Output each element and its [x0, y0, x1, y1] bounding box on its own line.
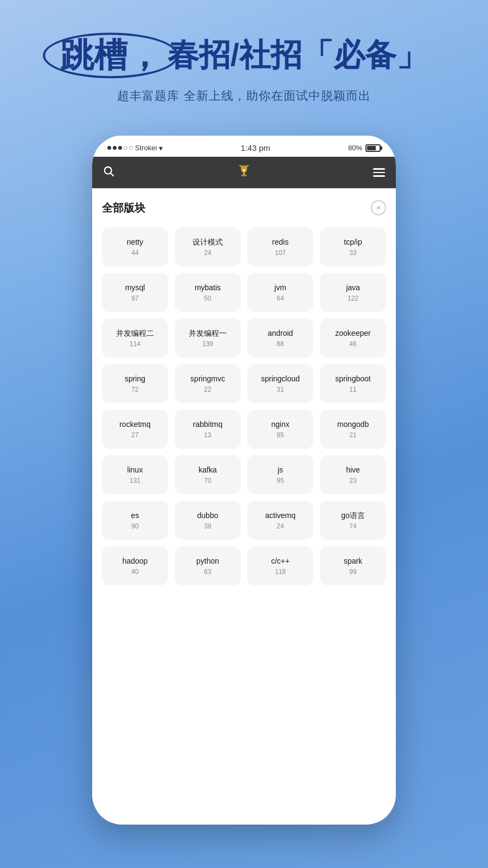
grid-item-kafka[interactable]: kafka 70: [175, 455, 241, 494]
grid-item-spark[interactable]: spark 99: [320, 546, 386, 585]
item-count: 88: [277, 340, 284, 348]
grid-item-linux[interactable]: linux 131: [102, 455, 168, 494]
item-name: netty: [127, 237, 143, 247]
signal-dot-1: [107, 146, 111, 150]
item-name: 设计模式: [192, 237, 223, 247]
item-count: 46: [349, 340, 356, 348]
grid-item-python[interactable]: python 63: [175, 546, 241, 585]
signal-dot-4: [124, 146, 127, 150]
trophy-button[interactable]: [237, 164, 251, 181]
subtitle: 超丰富题库 全新上线，助你在面试中脱颖而出: [22, 88, 466, 104]
grid-item-设计模式[interactable]: 设计模式 24: [175, 227, 241, 266]
menu-line-1: [373, 168, 385, 170]
status-time: 1:43 pm: [241, 143, 270, 152]
item-name: jvm: [274, 283, 286, 292]
item-name: 并发编程二: [116, 328, 154, 338]
grid-item-rabbitmq[interactable]: rabbitmq 13: [175, 410, 241, 449]
grid-item-springcloud[interactable]: springcloud 31: [247, 364, 313, 403]
item-count: 64: [277, 295, 284, 302]
grid-item-并发编程二[interactable]: 并发编程二 114: [102, 318, 168, 358]
headline-row: 跳槽， 春招/社招「必备」: [22, 33, 466, 78]
item-count: 63: [204, 568, 211, 576]
grid-item-java[interactable]: java 122: [320, 273, 386, 312]
grid-item-netty[interactable]: netty 44: [102, 227, 168, 266]
item-name: es: [131, 510, 139, 520]
item-count: 72: [131, 386, 138, 393]
grid-item-android[interactable]: android 88: [247, 318, 313, 358]
item-count: 27: [131, 431, 138, 439]
grid-item-redis[interactable]: redis 107: [247, 227, 313, 266]
item-count: 122: [348, 295, 358, 302]
item-count: 118: [275, 568, 286, 576]
item-name: hadoop: [123, 556, 148, 566]
svg-rect-2: [243, 173, 245, 175]
signal-dot-2: [113, 146, 117, 150]
item-name: java: [346, 283, 360, 292]
item-name: springcloud: [261, 374, 300, 384]
signal-dot-5: [129, 146, 133, 150]
item-name: 并发编程一: [189, 328, 227, 338]
item-name: python: [196, 556, 219, 566]
item-name: springboot: [335, 374, 370, 384]
menu-button[interactable]: [373, 168, 385, 177]
grid-item-dubbo[interactable]: dubbo 38: [175, 501, 241, 540]
item-count: 70: [204, 477, 211, 484]
item-count: 107: [275, 249, 286, 257]
grid-item-tcp/ip[interactable]: tcp/ip 33: [320, 227, 386, 266]
item-name: redis: [272, 237, 288, 247]
item-name: mongodb: [337, 419, 369, 429]
grid-item-springboot[interactable]: springboot 11: [320, 364, 386, 403]
grid-item-hive[interactable]: hive 23: [320, 455, 386, 494]
grid-item-jvm[interactable]: jvm 64: [247, 273, 313, 312]
item-name: mybatis: [195, 283, 221, 292]
grid-item-mysql[interactable]: mysql 97: [102, 273, 168, 312]
item-count: 97: [131, 295, 138, 302]
item-count: 23: [349, 477, 356, 484]
grid-item-hadoop[interactable]: hadoop 40: [102, 546, 168, 585]
item-count: 95: [277, 477, 284, 484]
item-name: activemq: [265, 510, 296, 520]
item-name: rocketmq: [119, 419, 151, 429]
item-name: mysql: [125, 283, 145, 292]
grid-item-并发编程一[interactable]: 并发编程一 139: [175, 318, 241, 358]
grid-item-rocketmq[interactable]: rocketmq 27: [102, 410, 168, 449]
item-name: hive: [346, 465, 360, 475]
menu-line-3: [373, 175, 385, 177]
item-name: dubbo: [197, 510, 219, 520]
item-count: 74: [349, 522, 356, 530]
item-count: 90: [131, 522, 138, 530]
item-name: js: [278, 465, 283, 475]
item-count: 33: [349, 249, 356, 257]
search-button[interactable]: [103, 165, 115, 180]
status-bar: Strokei ▾ 1:43 pm 80%: [92, 136, 396, 157]
wifi-icon: ▾: [159, 144, 163, 152]
status-left: Strokei ▾: [107, 144, 163, 152]
grid-item-js[interactable]: js 95: [247, 455, 313, 494]
headline-sub: 春招/社招「必备」: [168, 34, 428, 76]
grid-item-activemq[interactable]: activemq 24: [247, 501, 313, 540]
app-navbar: [92, 157, 396, 188]
item-count: 11: [349, 386, 356, 393]
grid-item-spring[interactable]: spring 72: [102, 364, 168, 403]
item-name: linux: [127, 465, 143, 475]
grid-item-c/c++[interactable]: c/c++ 118: [247, 546, 313, 585]
grid-item-mybatis[interactable]: mybatis 50: [175, 273, 241, 312]
item-name: nginx: [271, 419, 289, 429]
header-area: 跳槽， 春招/社招「必备」 超丰富题库 全新上线，助你在面试中脱颖而出: [0, 33, 488, 104]
grid-item-nginx[interactable]: nginx 85: [247, 410, 313, 449]
item-name: tcp/ip: [344, 237, 362, 247]
item-count: 114: [130, 340, 140, 348]
item-name: kafka: [198, 465, 216, 475]
battery-fill: [367, 146, 376, 150]
panel-header: 全部版块 ×: [102, 200, 386, 215]
grid-container: netty 44 设计模式 24 redis 107 tcp/ip 33 mys…: [102, 227, 386, 585]
item-count: 85: [277, 431, 284, 439]
grid-item-go语言[interactable]: go语言 74: [320, 501, 386, 540]
item-count: 21: [349, 431, 356, 439]
grid-item-zookeeper[interactable]: zookeeper 46: [320, 318, 386, 358]
svg-line-1: [111, 173, 114, 176]
grid-item-springmvc[interactable]: springmvc 22: [175, 364, 241, 403]
grid-item-mongodb[interactable]: mongodb 21: [320, 410, 386, 449]
grid-item-es[interactable]: es 90: [102, 501, 168, 540]
close-button[interactable]: ×: [371, 200, 386, 215]
